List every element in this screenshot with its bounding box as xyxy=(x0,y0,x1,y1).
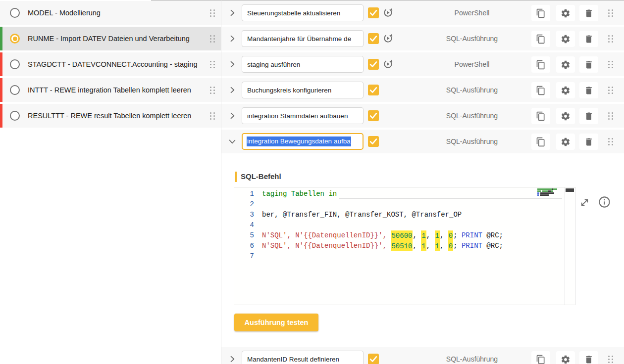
delete-button[interactable] xyxy=(579,134,598,150)
task-rows-top: PowerShellSQL-AusführungPowerShellSQL-Au… xyxy=(221,1,624,153)
sidebar-item[interactable]: RUNME - Import DATEV Dateien und Verarbe… xyxy=(0,27,221,50)
drag-handle-icon[interactable] xyxy=(607,86,614,95)
delete-button[interactable] xyxy=(579,5,598,21)
drag-handle-icon[interactable] xyxy=(607,137,614,146)
code-text: N'SQL', N'{{DatenquellenID}}', 50510, 1,… xyxy=(262,241,503,251)
code-text: N'SQL', N'{{DatenquellenID}}', 50600, 1,… xyxy=(262,230,503,241)
chevron-right-icon[interactable] xyxy=(227,59,237,69)
sql-code-editor[interactable]: 1taging Tabellen in23ber, @Transfer_FIN,… xyxy=(234,187,575,305)
settings-button[interactable] xyxy=(556,5,575,21)
task-type-label: PowerShell xyxy=(419,1,524,25)
settings-button[interactable] xyxy=(556,351,575,364)
copy-button[interactable] xyxy=(531,31,550,47)
sidebar-item[interactable]: RESULTTT - REWE result Tabellen komplett… xyxy=(0,104,221,128)
red-status-bar xyxy=(0,104,2,128)
code-line: 2 xyxy=(234,199,564,210)
code-text: ber, @Transfer_FIN, @Transfer_KOST, @Tra… xyxy=(262,210,462,220)
task-type-label: SQL-Ausführung xyxy=(419,347,524,364)
chevron-right-icon[interactable] xyxy=(227,34,237,44)
chevron-down-icon[interactable] xyxy=(227,136,237,146)
drag-handle-icon[interactable] xyxy=(209,86,215,95)
task-name-input[interactable] xyxy=(242,30,364,47)
sidebar-item[interactable]: STAGDCTT - DATEVCONNECT.Accounting - sta… xyxy=(0,52,221,76)
task-name-input[interactable] xyxy=(242,351,364,364)
copy-button[interactable] xyxy=(531,351,550,364)
task-row: integration Bewegungsdaten aufbaSQL-Ausf… xyxy=(221,130,624,153)
run-refresh-icon[interactable] xyxy=(382,58,394,70)
drag-handle-icon[interactable] xyxy=(209,8,215,18)
task-name-input[interactable] xyxy=(242,82,364,98)
red-status-bar xyxy=(0,78,2,102)
code-line: 5N'SQL', N'{{DatenquellenID}}', 50600, 1… xyxy=(234,230,564,241)
drag-handle-icon[interactable] xyxy=(607,355,614,364)
chevron-right-icon[interactable] xyxy=(227,354,237,364)
minimap-row xyxy=(537,190,564,192)
chevron-right-icon[interactable] xyxy=(227,85,237,95)
drag-handle-icon[interactable] xyxy=(209,111,215,121)
task-type-label: SQL-Ausführung xyxy=(419,130,524,153)
info-icon[interactable] xyxy=(598,195,611,209)
delete-button[interactable] xyxy=(579,351,598,364)
settings-button[interactable] xyxy=(556,134,575,150)
chevron-right-icon[interactable] xyxy=(227,8,237,18)
task-row: PowerShell xyxy=(221,1,624,25)
job-radio[interactable] xyxy=(10,59,20,69)
minimap-row xyxy=(537,192,564,194)
delete-button[interactable] xyxy=(579,31,598,47)
enabled-checkbox[interactable] xyxy=(368,33,379,44)
selected-text: integration Bewegungsdaten aufba xyxy=(247,136,351,146)
task-name-input[interactable] xyxy=(242,56,364,73)
copy-button[interactable] xyxy=(531,108,550,124)
drag-handle-icon[interactable] xyxy=(209,60,215,69)
code-line: 4 xyxy=(234,220,564,230)
task-row: SQL-Ausführung xyxy=(221,78,624,102)
line-number: 5 xyxy=(234,230,254,241)
enabled-checkbox[interactable] xyxy=(368,136,379,147)
drag-handle-icon[interactable] xyxy=(607,34,614,44)
top-divider xyxy=(151,0,624,0)
delete-button[interactable] xyxy=(579,82,598,98)
drag-handle-icon[interactable] xyxy=(607,111,614,121)
enabled-checkbox[interactable] xyxy=(368,59,379,70)
code-line: 7 xyxy=(234,251,564,262)
copy-button[interactable] xyxy=(531,82,550,98)
enabled-checkbox[interactable] xyxy=(368,110,379,121)
open-in-full-icon[interactable] xyxy=(579,197,590,208)
settings-button[interactable] xyxy=(556,56,575,73)
run-refresh-icon[interactable] xyxy=(382,33,394,44)
enabled-checkbox[interactable] xyxy=(368,7,379,18)
copy-button[interactable] xyxy=(531,134,550,150)
job-radio[interactable] xyxy=(10,85,20,95)
task-name-input[interactable]: integration Bewegungsdaten aufba xyxy=(242,133,364,150)
task-name-input[interactable] xyxy=(242,4,364,21)
delete-button[interactable] xyxy=(579,56,598,73)
run-refresh-icon[interactable] xyxy=(382,7,394,18)
editor-scrollbar-thumb[interactable] xyxy=(566,188,574,192)
sql-command-label: SQL-Befehl xyxy=(241,172,281,181)
settings-button[interactable] xyxy=(556,82,575,98)
settings-button[interactable] xyxy=(556,108,575,124)
enabled-checkbox[interactable] xyxy=(368,354,379,364)
settings-button[interactable] xyxy=(556,31,575,47)
test-execution-button[interactable]: Ausführung testen xyxy=(234,314,318,331)
job-radio[interactable] xyxy=(10,34,20,44)
job-list: MODEL - ModellierungRUNME - Import DATEV… xyxy=(0,1,221,130)
drag-handle-icon[interactable] xyxy=(607,8,614,18)
job-radio[interactable] xyxy=(10,111,20,121)
sidebar-item[interactable]: MODEL - Modellierung xyxy=(0,1,221,25)
drag-handle-icon[interactable] xyxy=(209,34,215,44)
line-number: 4 xyxy=(234,220,254,230)
enabled-checkbox[interactable] xyxy=(368,85,379,95)
job-radio[interactable] xyxy=(10,8,20,18)
task-list: PowerShellSQL-AusführungPowerShellSQL-Au… xyxy=(221,1,624,364)
line-number: 7 xyxy=(234,251,254,262)
task-name-input[interactable] xyxy=(242,107,364,124)
copy-button[interactable] xyxy=(531,5,550,21)
line-rule xyxy=(339,198,562,199)
chevron-right-icon[interactable] xyxy=(227,111,237,121)
drag-handle-icon[interactable] xyxy=(607,60,614,69)
copy-button[interactable] xyxy=(531,56,550,73)
task-type-label: SQL-Ausführung xyxy=(419,104,524,128)
delete-button[interactable] xyxy=(579,108,598,124)
sidebar-item[interactable]: INTTT - REWE integration Tabellen komple… xyxy=(0,78,221,102)
